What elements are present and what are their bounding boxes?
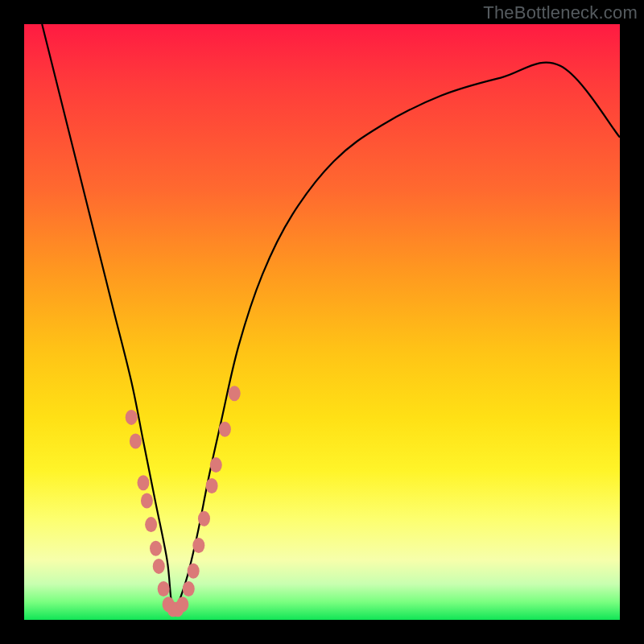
curve-marker xyxy=(141,493,153,509)
curve-marker xyxy=(206,478,218,493)
curve-marker xyxy=(153,559,165,574)
watermark-text: TheBottleneck.com xyxy=(483,2,638,23)
curve-marker xyxy=(219,422,231,437)
plot-area xyxy=(24,24,620,620)
curve-marker xyxy=(130,434,142,449)
curve-markers-group xyxy=(126,386,241,617)
curve-marker xyxy=(192,538,204,553)
curve-marker xyxy=(229,386,241,401)
curve-marker xyxy=(176,597,188,612)
curve-marker xyxy=(198,511,210,526)
curve-marker xyxy=(145,517,157,532)
curve-marker xyxy=(188,564,200,579)
curve-marker xyxy=(210,457,222,473)
chart-frame: TheBottleneck.com xyxy=(0,0,644,644)
curve-marker xyxy=(183,581,195,597)
bottleneck-curve-path xyxy=(42,24,620,609)
curve-marker xyxy=(138,475,150,490)
curve-marker xyxy=(150,541,162,556)
curve-marker xyxy=(158,581,170,597)
bottleneck-curve-svg xyxy=(24,24,620,620)
curve-marker xyxy=(126,410,138,425)
